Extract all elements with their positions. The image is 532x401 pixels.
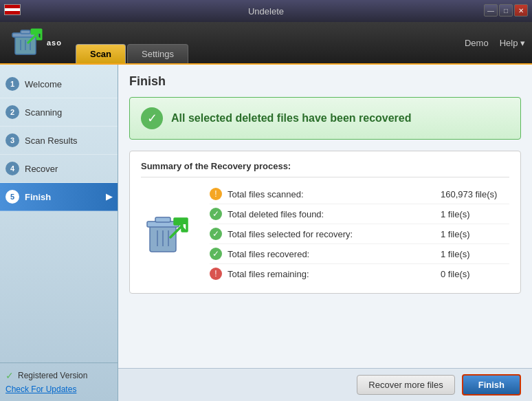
maximize-button[interactable]: □ bbox=[499, 4, 513, 17]
summary-rows: ! Total files scanned: 160,973 file(s) ✓… bbox=[210, 184, 509, 283]
registered-row: ✓ Registered Version bbox=[5, 370, 112, 381]
row-icon-3: ✓ bbox=[210, 248, 222, 260]
window-title: Undelete bbox=[248, 6, 284, 17]
sidebar-label-recover: Recover bbox=[25, 164, 58, 174]
sidebar-item-recover[interactable]: 4 Recover bbox=[0, 155, 118, 183]
main-layout: 1 Welcome 2 Scanning 3 Scan Results 4 Re… bbox=[0, 65, 532, 401]
registered-label: Registered Version bbox=[18, 371, 87, 380]
svg-marker-6 bbox=[32, 30, 41, 34]
sidebar: 1 Welcome 2 Scanning 3 Scan Results 4 Re… bbox=[0, 65, 118, 401]
svg-rect-10 bbox=[155, 217, 170, 222]
sidebar-bottom: ✓ Registered Version Check For Updates bbox=[0, 362, 118, 401]
title-bar: Undelete — □ ✕ bbox=[0, 0, 532, 22]
step-num-3: 3 bbox=[5, 133, 19, 147]
success-check-icon: ✓ bbox=[141, 107, 163, 129]
row-label-0: Total files scanned: bbox=[228, 189, 441, 199]
summary-row-0: ! Total files scanned: 160,973 file(s) bbox=[210, 184, 509, 204]
svg-rect-2 bbox=[21, 30, 30, 34]
sidebar-item-scanning[interactable]: 2 Scanning bbox=[0, 98, 118, 127]
help-menu[interactable]: Help ▾ bbox=[500, 38, 525, 48]
svg-marker-14 bbox=[175, 219, 187, 224]
registered-check-icon: ✓ bbox=[5, 370, 14, 381]
row-value-2: 1 file(s) bbox=[441, 229, 509, 239]
summary-row-4: ! Total files remaining: 0 file(s) bbox=[210, 264, 509, 283]
row-label-2: Total files selected for recovery: bbox=[228, 229, 441, 239]
content-area: Finish ✓ All selected deleted files have… bbox=[118, 65, 532, 401]
tab-scan[interactable]: Scan bbox=[76, 44, 126, 63]
window-controls: — □ ✕ bbox=[484, 4, 528, 17]
app-logo bbox=[7, 24, 44, 61]
trash-recovery-icon bbox=[144, 206, 192, 261]
finish-button[interactable]: Finish bbox=[462, 374, 521, 395]
summary-icon-area bbox=[141, 184, 196, 283]
sidebar-label-scanning: Scanning bbox=[25, 107, 62, 118]
tab-settings[interactable]: Settings bbox=[127, 44, 188, 63]
row-icon-0: ! bbox=[210, 188, 222, 200]
row-icon-2: ✓ bbox=[210, 228, 222, 240]
summary-row-1: ✓ Total deleted files found: 1 file(s) bbox=[210, 204, 509, 224]
step-num-4: 4 bbox=[5, 162, 19, 175]
language-flag[interactable] bbox=[4, 4, 21, 15]
summary-row-3: ✓ Total files recovered: 1 file(s) bbox=[210, 244, 509, 264]
demo-menu[interactable]: Demo bbox=[465, 38, 489, 48]
row-label-4: Total files remaining: bbox=[228, 269, 441, 279]
sidebar-item-welcome[interactable]: 1 Welcome bbox=[0, 70, 118, 98]
row-icon-1: ✓ bbox=[210, 208, 222, 220]
row-value-4: 0 file(s) bbox=[441, 269, 509, 279]
row-value-1: 1 file(s) bbox=[441, 209, 509, 219]
close-button[interactable]: ✕ bbox=[514, 4, 528, 17]
sidebar-label-welcome: Welcome bbox=[25, 79, 62, 89]
sidebar-label-finish: Finish bbox=[25, 192, 51, 202]
toolbar: aso Scan Settings Demo Help ▾ bbox=[0, 22, 532, 65]
recover-more-button[interactable]: Recover more files bbox=[357, 375, 454, 395]
row-value-3: 1 file(s) bbox=[441, 249, 509, 259]
content-inner: Finish ✓ All selected deleted files have… bbox=[118, 65, 532, 368]
row-value-0: 160,973 file(s) bbox=[441, 189, 509, 199]
sidebar-label-scan-results: Scan Results bbox=[25, 136, 78, 146]
page-title: Finish bbox=[129, 74, 521, 89]
menu-right: Demo Help ▾ bbox=[465, 38, 525, 48]
logo-area: aso bbox=[7, 24, 62, 61]
minimize-button[interactable]: — bbox=[484, 4, 498, 17]
brand-name: aso bbox=[47, 39, 62, 47]
step-num-1: 1 bbox=[5, 77, 19, 91]
summary-content: ! Total files scanned: 160,973 file(s) ✓… bbox=[141, 184, 509, 283]
sidebar-item-finish[interactable]: 5 Finish ▶ bbox=[0, 183, 118, 211]
row-icon-4: ! bbox=[210, 268, 222, 280]
sidebar-arrow-finish: ▶ bbox=[106, 192, 112, 202]
check-updates-link[interactable]: Check For Updates bbox=[5, 384, 76, 394]
step-num-2: 2 bbox=[5, 105, 19, 119]
summary-row-2: ✓ Total files selected for recovery: 1 f… bbox=[210, 224, 509, 244]
success-banner: ✓ All selected deleted files have been r… bbox=[129, 97, 521, 140]
summary-title: Summary of the Recovery process: bbox=[141, 161, 509, 177]
sidebar-item-scan-results[interactable]: 3 Scan Results bbox=[0, 127, 118, 155]
row-label-3: Total files recovered: bbox=[228, 249, 441, 259]
tabs-area: Scan Settings bbox=[76, 22, 190, 63]
step-num-5: 5 bbox=[5, 190, 19, 204]
success-message: All selected deleted files have been rec… bbox=[171, 112, 412, 124]
content-footer: Recover more files Finish bbox=[118, 368, 532, 401]
summary-box: Summary of the Recovery process: bbox=[129, 151, 521, 294]
row-label-1: Total deleted files found: bbox=[228, 209, 441, 219]
